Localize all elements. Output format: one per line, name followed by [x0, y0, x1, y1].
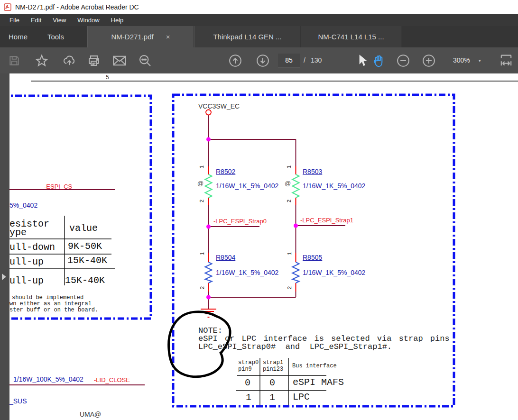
note-line2: LPC_eSPI_Strap0# and LPC_eSPI_Strap1#. — [198, 342, 392, 351]
net-label-strap1: -LPC_ESPI_Strap1 — [300, 217, 353, 224]
left-table-row-value: 9K-50K — [68, 241, 102, 252]
zoom-level-value: 300% — [453, 56, 470, 64]
strap-table-header-pin123: pin123 — [263, 366, 283, 373]
at-symbol: @ — [197, 180, 204, 187]
pdf-page: 5 -ESPI_CS 5%_0402 esistor ype value ull… — [9, 73, 518, 420]
star-icon[interactable] — [34, 53, 49, 68]
strap-table-cell: eSPI MAFS — [293, 377, 344, 388]
left-note-line: wn either as an integral — [9, 301, 92, 307]
resistor-symbol-r8503 — [293, 174, 299, 198]
search-icon[interactable] — [138, 53, 153, 68]
strap-table-cell: 1 — [269, 392, 275, 403]
menu-help[interactable]: Help — [105, 15, 130, 26]
toolbar-separator — [337, 53, 337, 68]
main-toolbar: / 130 300% ▾ — [0, 47, 518, 73]
window-title: NM-D271.pdf - Adobe Acrobat Reader DC — [15, 3, 139, 11]
left-table-row-value: 15K-40K — [67, 255, 107, 266]
uma-label: UMA@ — [80, 411, 101, 418]
sheet-number: 5 — [106, 74, 109, 81]
refdes-r8505: R8505 — [303, 254, 322, 261]
page-number-input[interactable] — [278, 54, 300, 67]
tab-tools[interactable]: Tools — [47, 26, 64, 47]
acrobat-window: NM-D271.pdf - Adobe Acrobat Reader DC Fi… — [0, 0, 518, 420]
left-table-row-value: 15K-40K — [65, 275, 105, 286]
chevron-down-icon: ▾ — [479, 58, 481, 63]
title-bar: NM-D271.pdf - Adobe Acrobat Reader DC — [0, 0, 518, 14]
pin-number: 2 — [199, 285, 205, 291]
refdes-r8502: R8502 — [216, 168, 235, 175]
left-table-header-type-2: ype — [9, 227, 27, 238]
save-icon[interactable] — [7, 53, 22, 68]
strap-table-header-strap1: strap1 — [263, 359, 283, 366]
part-value-bottom: 1/16W_100K_5%_0402 — [13, 375, 83, 383]
email-icon[interactable] — [112, 53, 127, 68]
tab-close-icon[interactable]: × — [166, 33, 170, 41]
page-divider: / — [304, 56, 305, 64]
left-table-row-type: ull-up — [9, 256, 44, 267]
document-area: 5 -ESPI_CS 5%_0402 esistor ype value ull… — [0, 73, 518, 420]
strap-table-cell: 1 — [246, 392, 251, 403]
left-table-row-type: ull-down — [9, 242, 55, 253]
menu-edit[interactable]: Edit — [25, 15, 47, 26]
tab-home[interactable]: Home — [9, 26, 28, 47]
highlight-box-main — [173, 95, 454, 406]
navigation-pane-strip — [0, 73, 9, 420]
left-table-header-value: value — [69, 223, 98, 234]
strap-table-cell: 0 — [245, 377, 250, 388]
strap-table-header-bus: Bus interface — [292, 363, 337, 369]
previous-page-icon[interactable] — [228, 53, 243, 68]
pin-number: 2 — [286, 198, 292, 204]
resistor-symbol-r8504 — [205, 262, 212, 283]
hand-tool-icon[interactable] — [371, 53, 386, 68]
refdes-r8503: R8503 — [303, 168, 322, 175]
power-node-symbol — [206, 110, 211, 115]
menu-bar: File Edit View Window Help — [0, 14, 518, 26]
pin-number: 1 — [287, 251, 292, 256]
strap-table-cell: LPC — [293, 392, 310, 402]
menu-view[interactable]: View — [47, 15, 72, 26]
part-value: 1/16W_1K_5%_0402 — [303, 269, 365, 276]
pin-number: 2 — [287, 285, 292, 291]
strap-table-header-strap0: strap0 — [238, 359, 259, 366]
zoom-in-icon[interactable] — [421, 53, 436, 68]
part-value: 1/16W_1K_5%_0402 — [216, 182, 278, 190]
doc-tab-thinkpad[interactable]: Thinkpad L14 GEN ... — [194, 26, 300, 47]
at-symbol: @ — [285, 180, 291, 187]
strap-table-header-pin9: pin9 — [238, 366, 252, 373]
pin-number: 2 — [199, 198, 204, 204]
select-cursor-icon[interactable] — [355, 53, 370, 68]
clipped-part-value: 5%_0402 — [9, 201, 37, 209]
left-note-line: should be implemented — [12, 294, 83, 301]
part-value: 1/16W_1K_5%_0402 — [216, 269, 278, 276]
expand-pane-icon[interactable] — [2, 274, 6, 280]
resistor-symbol-r8502 — [205, 174, 212, 198]
menu-file[interactable]: File — [4, 15, 25, 26]
part-value: 1/16W_1K_5%_0402 — [303, 182, 365, 190]
pin-number: 1 — [286, 164, 292, 170]
left-note-line: ster buff or on the board. — [9, 307, 98, 313]
doc-tab-nm-d271[interactable]: NM-D271.pdf × — [87, 26, 194, 47]
cloud-upload-icon[interactable] — [62, 53, 77, 68]
zoom-out-icon[interactable] — [396, 53, 411, 68]
pin-number: 1 — [199, 164, 204, 170]
print-icon[interactable] — [86, 53, 102, 68]
resistor-symbol-r8505 — [293, 262, 299, 283]
pin-number: 1 — [199, 251, 205, 256]
page-total: 130 — [311, 56, 322, 64]
net-label-strap0: -LPC_ESPI_Strap0 — [213, 218, 267, 225]
fit-width-icon[interactable] — [497, 53, 515, 68]
zoom-level-dropdown[interactable]: 300% ▾ — [446, 53, 490, 68]
left-table-row-type: ull-up — [9, 275, 44, 286]
menu-window[interactable]: Window — [72, 15, 105, 26]
net-label-lid-close: -LID_CLOSE — [94, 376, 130, 383]
next-page-icon[interactable] — [255, 53, 270, 68]
refdes-r8504: R8504 — [216, 254, 235, 261]
schematic-wires — [209, 115, 346, 309]
tab-bar: Home Tools NM-D271.pdf × Thinkpad L14 GE… — [0, 26, 518, 47]
net-label-sus: _SUS — [9, 397, 27, 405]
pdf-app-icon — [4, 3, 11, 11]
strap-table-cell: 0 — [269, 377, 275, 388]
power-net-label: VCC3SW_EC — [198, 102, 240, 110]
doc-tab-nm-c741[interactable]: NM-C741 L14 L15 ... — [301, 26, 401, 47]
net-label-espi-cs: -ESPI_CS — [44, 183, 72, 190]
